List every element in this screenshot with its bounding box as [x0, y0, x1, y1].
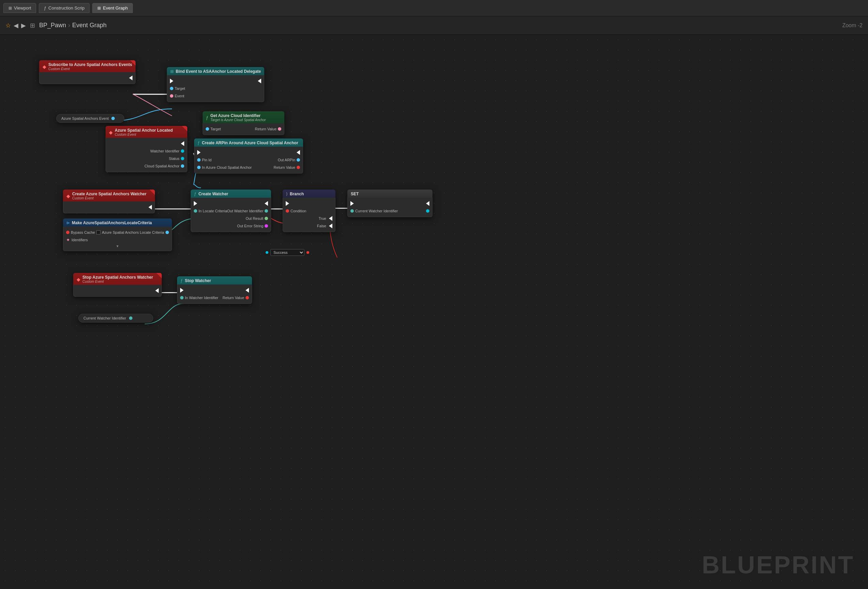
in-locate-criteria-pin[interactable]: [194, 209, 197, 213]
false-exec-pin[interactable]: [329, 224, 332, 228]
watcher-id-row: Watcher Identifier: [106, 147, 187, 155]
node-stop-watcher-title: Stop Watcher: [185, 278, 211, 283]
diamond-icon: ◆: [43, 64, 46, 69]
separator: ⊞: [30, 22, 35, 29]
func-icon: ƒ: [180, 278, 183, 283]
success-dropdown[interactable]: Success Failure: [270, 249, 304, 256]
bypass-cache-checkbox[interactable]: [96, 230, 100, 234]
return-pin[interactable]: [278, 127, 281, 131]
bypass-cache-pin[interactable]: [66, 231, 69, 234]
target-pin[interactable]: [170, 87, 173, 90]
identifiers-icon: ✦: [66, 237, 70, 243]
out-error-string-pin[interactable]: [264, 224, 268, 228]
node-set: SET Current Watcher Identifier: [347, 190, 433, 217]
node-subscribe: ◆ Subscribe to Azure Spatial Anchors Eve…: [39, 60, 136, 84]
node-create-watcher-event-header: ◆ Create Azure Spatial Anchors Watcher C…: [63, 190, 155, 202]
asa-event-pin[interactable]: [111, 117, 115, 120]
exec-in-pin[interactable]: [286, 201, 289, 206]
node-create-arpin-header: ƒ Create ARPin Around Azure Cloud Spatia…: [194, 138, 303, 147]
pin-id-pin[interactable]: [197, 158, 201, 162]
node-branch-title: Branch: [290, 191, 304, 196]
exec-row: [177, 287, 252, 294]
out-watcher-id-pin[interactable]: [264, 209, 268, 213]
node-create-arpin: ƒ Create ARPin Around Azure Cloud Spatia…: [194, 138, 303, 174]
return-value-pin[interactable]: [297, 166, 300, 169]
node-bind-event: ⊞ Bind Event to ASAAnchor Located Delega…: [167, 67, 264, 102]
exec-in-pin[interactable]: [170, 79, 173, 83]
in-watcher-id-pin[interactable]: [180, 296, 183, 299]
expand-arrow[interactable]: ▼: [63, 244, 172, 249]
status-pin[interactable]: [181, 157, 184, 160]
target-pin[interactable]: [206, 127, 209, 131]
in-azure-cloud-row: In Azure Cloud Spatial Anchor Return Val…: [195, 163, 303, 171]
current-watcher-id-out-pin[interactable]: [426, 209, 430, 213]
true-exec-pin[interactable]: [329, 216, 332, 221]
out-error-string-row: Out Error String: [191, 222, 271, 230]
exec-out-pin[interactable]: [426, 201, 430, 206]
tab-viewport[interactable]: ⊞ Viewport: [3, 3, 36, 13]
exec-out-pin[interactable]: [264, 201, 268, 206]
connections-svg: [0, 35, 868, 589]
exec-row: [63, 203, 155, 211]
node-current-watcher-id-var: Current Watcher Identifier: [78, 314, 153, 322]
identifiers-row: ✦ Identifiers: [63, 236, 172, 244]
exec-in-pin[interactable]: [350, 201, 354, 206]
node-branch: ⟩ Branch Condition True: [283, 190, 335, 232]
exec-in-pin[interactable]: [180, 288, 183, 293]
exec-out-pin[interactable]: [258, 79, 261, 83]
cloud-anchor-pin[interactable]: [181, 164, 184, 168]
exec-out-pin[interactable]: [181, 141, 184, 146]
node-stop-watcher-header: ƒ Stop Watcher: [177, 276, 252, 284]
exec-row: [348, 200, 432, 207]
exec-out-pin[interactable]: [149, 205, 152, 210]
node-stop-watcher: ƒ Stop Watcher In Watcher Identifier Ret…: [177, 276, 252, 304]
tab-eventgraph[interactable]: ⊞ Event Graph: [92, 3, 133, 13]
forward-button[interactable]: ▶: [21, 22, 26, 29]
back-button[interactable]: ◀: [13, 22, 18, 29]
status-row: Status: [106, 155, 187, 162]
success-pin-left[interactable]: [266, 251, 268, 254]
node-make-locate-criteria-header: ⊳ Make AzureSpatialAnchorsLocateCriteria: [63, 218, 172, 227]
condition-pin[interactable]: [286, 209, 289, 213]
pin-id-row: Pin Id Out ARPin: [195, 156, 303, 163]
exec-in-pin[interactable]: [194, 201, 197, 206]
blueprint-canvas[interactable]: ◆ Subscribe to Azure Spatial Anchors Eve…: [0, 35, 868, 589]
exec-in-pin[interactable]: [197, 150, 201, 155]
in-azure-cloud-pin[interactable]: [197, 166, 201, 169]
current-watcher-id-pin[interactable]: [350, 209, 354, 213]
current-watcher-id-pin[interactable]: [129, 317, 133, 320]
exec-out-pin[interactable]: [155, 288, 159, 293]
node-make-locate-criteria: ⊳ Make AzureSpatialAnchorsLocateCriteria…: [63, 218, 172, 251]
node-stop-watcher-event-header: ◆ Stop Azure Spatial Anchors Watcher Cus…: [73, 273, 162, 285]
cloud-spatial-anchor-row: Cloud Spatial Anchor: [106, 162, 187, 170]
node-stop-watcher-body: In Watcher Identifier Return Value: [177, 284, 252, 304]
grid-icon: ⊞: [170, 69, 174, 74]
node-subscribe-body: [39, 72, 136, 84]
tab-construction[interactable]: ƒ Construction Scrip: [39, 3, 90, 13]
event-pin[interactable]: [170, 94, 173, 98]
node-create-watcher-event-subtitle: Custom Event: [72, 196, 146, 200]
locate-criteria-out-pin[interactable]: [165, 231, 169, 234]
node-get-azure-header: ƒ Get Azure Cloud Identifier Target is A…: [202, 111, 284, 123]
out-arpin-pin[interactable]: [297, 158, 300, 162]
exec-out-pin[interactable]: [129, 75, 133, 80]
node-create-watcher-body: In Locate Criteria Out Watcher Identifie…: [191, 198, 271, 232]
viewport-icon: ⊞: [9, 6, 12, 10]
construction-icon: ƒ: [44, 6, 46, 10]
make-icon: ⊳: [66, 221, 70, 225]
in-watcher-id-row: In Watcher Identifier Return Value: [177, 294, 252, 302]
exec-out-pin[interactable]: [245, 288, 249, 293]
node-asa-event-var: Azure Spatial Anchors Event: [56, 114, 124, 123]
node-get-azure-body: Target Return Value: [202, 123, 284, 135]
out-result-pin[interactable]: [264, 217, 268, 220]
star-icon[interactable]: ☆: [6, 22, 11, 29]
in-locate-criteria-row: In Locate Criteria Out Watcher Identifie…: [191, 207, 271, 215]
exec-out-pin[interactable]: [297, 150, 300, 155]
watcher-id-pin[interactable]: [181, 149, 184, 153]
exec-row: [40, 74, 135, 82]
false-row: False: [283, 222, 335, 230]
return-value-pin[interactable]: [245, 296, 249, 299]
success-pin-right[interactable]: [307, 251, 309, 254]
node-create-watcher: ƒ Create Watcher In Locate Criteria Out …: [191, 190, 271, 232]
breadcrumb: BP_Pawn › Event Graph: [39, 22, 106, 29]
